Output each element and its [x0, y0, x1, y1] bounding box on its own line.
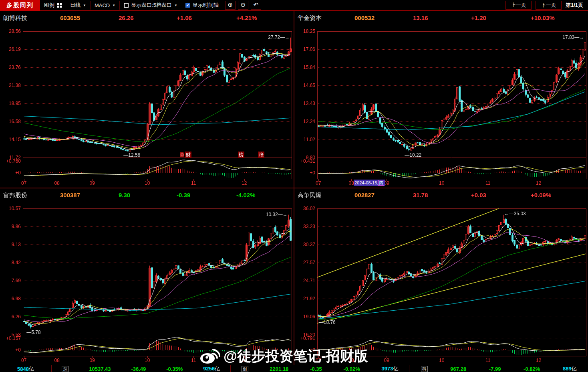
x-axis-month-label: 11 — [185, 180, 202, 186]
indicator-label: MACD — [95, 2, 110, 8]
panel-checkbox[interactable]: 显示盘口:5档盘口 ▼ — [120, 1, 181, 10]
y-axis-tick-label: 15.84 — [294, 65, 315, 70]
y-axis-tick-label: 14.65 — [294, 83, 315, 88]
stock-change-pct: -4.02% — [236, 192, 256, 198]
chevron-down-icon: ▼ — [112, 4, 115, 7]
page-indicator: 第1/1页 — [566, 2, 583, 9]
market-turnover-sh[interactable]: 5848亿 — [0, 365, 52, 372]
market-status-bar: 5848亿 深 10537.43 -36.49 -0.35% 9256亿 创 2… — [0, 365, 588, 372]
stock-name: 朗博科技 — [3, 14, 27, 22]
panel-checkbox-label: 显示盘口:5档盘口 — [131, 2, 172, 9]
legend-grid-icon — [57, 3, 62, 8]
watermark-badge: 财 — [185, 152, 191, 158]
price-high-annotation: 27.72—→ — [262, 34, 290, 40]
y-axis-tick-label: 9.13 — [0, 242, 21, 247]
index-value: 2201.18 — [270, 366, 288, 372]
index-quote-cyb[interactable]: 创 2201.18 -0.35 -0.02% 3973亿 — [231, 365, 410, 372]
x-axis-month-label: 08 — [48, 180, 66, 186]
y-axis-tick-label: 36.02 — [294, 206, 315, 211]
candlestick-chart-canvas[interactable] — [294, 200, 588, 365]
y-axis-tick-label: 26.19 — [0, 46, 21, 52]
stock-price: 31.78 — [413, 192, 428, 198]
prev-page-button[interactable]: 上一页 — [505, 1, 532, 10]
multi-stock-grid: 朗博科技 603655 26.26 +1.06 +4.21% 28.5626.1… — [0, 11, 588, 365]
legend-button[interactable]: 图例 — [40, 1, 66, 10]
stock-change-pct: +10.03% — [531, 14, 555, 21]
index-turnover: 3973亿 — [382, 365, 399, 372]
y-axis-tick-label: 17.06 — [294, 46, 315, 52]
index-change: -0.35 — [310, 366, 322, 372]
stock-pane-langbo: 朗博科技 603655 26.26 +1.06 +4.21% 28.5626.1… — [0, 11, 294, 188]
y-axis-tick-label: 7.69 — [0, 278, 21, 283]
candlestick-chart-canvas[interactable] — [294, 23, 588, 188]
y-axis-tick-label: 18.25 — [294, 28, 315, 34]
stock-pane-fubang: 富邦股份 300387 9.30 -0.39 -4.02% 10.579.869… — [0, 188, 294, 365]
chevron-down-icon: ▼ — [83, 4, 86, 7]
stock-code: 603655 — [60, 14, 80, 21]
zoom-in-button[interactable]: ⊕ — [225, 1, 236, 10]
x-axis-month-label: 09 — [83, 358, 101, 363]
stock-header: 华金资本 000532 13.16 +1.20 +10.03% — [294, 11, 588, 23]
macd-zero-tick-label: +0 — [0, 170, 21, 176]
selected-date-tag: 2024-08-15,四 — [354, 180, 385, 186]
macd-axis-tick-label: +0.431 — [294, 158, 315, 164]
chart-plot-area: 28.5626.1923.7621.3818.9516.5814.1511.72… — [0, 23, 294, 188]
stock-price: 9.30 — [119, 192, 130, 198]
chart-plot-area: 10.579.869.138.427.696.986.265.53+0.157+… — [0, 200, 294, 365]
x-axis-month-label: 11 — [479, 180, 497, 186]
stock-change: +1.20 — [471, 14, 486, 21]
index-quote-kcb[interactable]: 科 967.28 -7.99 -0.82% 889亿 — [409, 365, 588, 372]
price-low-annotation: —10.22 — [405, 152, 421, 158]
candlestick-chart-canvas[interactable] — [0, 23, 294, 188]
zoom-in-icon: ⊕ — [228, 1, 233, 8]
y-axis-tick-label: 28.56 — [0, 28, 21, 34]
macd-axis-tick-label: +0.760 — [0, 158, 21, 164]
price-high-annotation: 10.32—→ — [260, 212, 288, 217]
timeline-checkbox[interactable]: ✓ 显示时间轴 — [181, 1, 223, 10]
watermark-badge: 榜 — [238, 152, 244, 158]
y-axis-tick-label: 8.42 — [0, 260, 21, 265]
stock-name: 高争民爆 — [298, 192, 322, 199]
app-mode-title: 多股同列 — [0, 0, 40, 10]
stock-price: 26.26 — [119, 14, 134, 21]
x-axis-month-label: 07 — [310, 180, 327, 186]
candlestick-chart-canvas[interactable] — [0, 200, 294, 365]
x-axis-month-label: 08 — [342, 358, 360, 363]
toolbar: 多股同列 图例 日线 ▼ MACD ▼ 显示盘口:5档盘口 ▼ ✓ 显示时间轴 … — [0, 0, 588, 11]
y-axis-tick-label: 19.06 — [294, 314, 315, 319]
timeline-checkbox-label: 显示时间轴 — [193, 2, 219, 9]
stock-change: -0.39 — [177, 192, 190, 198]
x-axis-month-label: 11 — [479, 358, 497, 363]
y-axis-tick-label: 33.23 — [294, 224, 315, 229]
y-axis-tick-label: 23.76 — [0, 65, 21, 70]
zoom-out-button[interactable]: ⊖ — [238, 1, 248, 10]
macd-zero-tick-label: +0 — [294, 347, 315, 353]
y-axis-tick-label: 21.38 — [0, 83, 21, 88]
x-axis-month-label: 12 — [530, 180, 548, 186]
x-axis-month-label: 07 — [15, 180, 33, 186]
y-axis-tick-label: 11.02 — [294, 137, 315, 142]
period-dropdown[interactable]: 日线 ▼ — [66, 1, 91, 10]
indicator-dropdown[interactable]: MACD ▼ — [91, 1, 120, 10]
x-axis-month-label: 07 — [310, 358, 327, 363]
price-low-annotation: —5.78 — [26, 330, 40, 335]
y-axis-tick-label: 30.37 — [294, 242, 315, 247]
zoom-out-icon: ⊖ — [241, 1, 246, 8]
chart-plot-area: 18.2517.0615.8414.6513.4312.2411.029.80+… — [294, 23, 588, 188]
macd-zero-tick-label: +0 — [0, 347, 21, 353]
stock-header: 朗博科技 603655 26.26 +1.06 +4.21% — [0, 11, 294, 23]
index-quote-sz[interactable]: 深 10537.43 -36.49 -0.35% 9256亿 — [52, 365, 231, 372]
undo-button[interactable]: ↶ — [251, 1, 261, 10]
index-turnover: 889亿 — [563, 365, 577, 372]
y-axis-tick-label: 14.15 — [0, 137, 21, 142]
stock-price: 13.16 — [413, 14, 428, 21]
index-tag: 科 — [421, 366, 428, 372]
stock-code: 000532 — [354, 14, 375, 21]
stock-change: +1.06 — [177, 14, 192, 21]
stock-change-pct: +0.09% — [531, 192, 551, 198]
index-change: -36.49 — [131, 366, 146, 372]
next-page-button[interactable]: 下一页 — [536, 1, 562, 10]
checkbox-checked-icon: ✓ — [185, 3, 190, 8]
y-axis-tick-label: 16.58 — [0, 119, 21, 124]
x-axis-month-label: 09 — [378, 358, 395, 363]
